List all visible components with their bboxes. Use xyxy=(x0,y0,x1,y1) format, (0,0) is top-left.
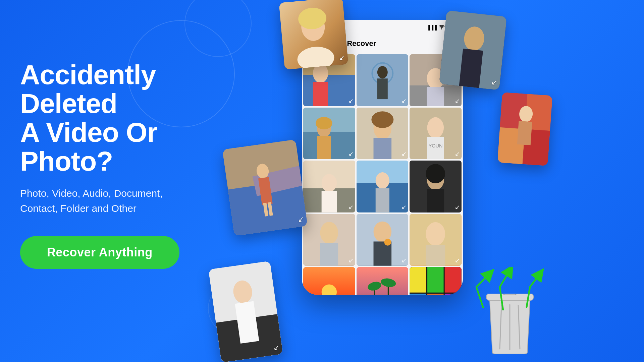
svg-rect-8 xyxy=(303,75,355,106)
svg-point-34 xyxy=(322,174,337,192)
photo-cell-6[interactable]: YOUN ↙ xyxy=(410,108,462,160)
svg-point-29 xyxy=(427,117,444,138)
svg-rect-64 xyxy=(427,267,444,293)
svg-rect-46 xyxy=(320,243,338,266)
floating-card-man-right: ↙ xyxy=(439,10,507,90)
left-content-area: Accidently Deleted A Video Or Photo? Pho… xyxy=(20,60,248,269)
trash-area xyxy=(483,294,537,355)
resize-9: ↙ xyxy=(455,203,460,211)
floating-card-collage xyxy=(497,92,552,166)
resize-5: ↙ xyxy=(401,150,407,158)
resize-4: ↙ xyxy=(348,150,354,158)
svg-rect-23 xyxy=(317,136,331,159)
svg-point-13 xyxy=(377,66,388,78)
svg-point-52 xyxy=(426,222,445,246)
svg-rect-14 xyxy=(377,78,388,99)
resize-10: ↙ xyxy=(348,257,354,264)
wifi-icon xyxy=(439,25,445,31)
svg-rect-18 xyxy=(427,87,444,106)
photo-cell-15[interactable]: ↙ xyxy=(410,267,462,295)
resize-8: ↙ xyxy=(401,203,407,211)
svg-point-42 xyxy=(426,164,445,184)
photo-cell-14[interactable]: ↙ xyxy=(357,267,409,295)
photo-cell-4[interactable]: ↙ xyxy=(303,108,355,160)
svg-point-50 xyxy=(384,239,391,246)
recover-anything-button[interactable]: Recover Anything xyxy=(20,236,179,269)
resize-11: ↙ xyxy=(401,257,407,264)
svg-text:YOUN: YOUN xyxy=(429,143,443,148)
svg-rect-63 xyxy=(410,267,427,293)
resize-1: ↙ xyxy=(348,97,354,105)
svg-rect-74 xyxy=(459,49,483,88)
headline: Accidently Deleted A Video Or Photo? xyxy=(20,60,248,176)
svg-rect-10 xyxy=(313,82,328,106)
svg-point-26 xyxy=(371,111,393,128)
resize-arrow-dress: ↙ xyxy=(273,343,280,352)
svg-rect-39 xyxy=(375,188,389,213)
svg-rect-43 xyxy=(427,189,444,213)
resize-12: ↙ xyxy=(455,257,460,264)
svg-rect-35 xyxy=(322,191,337,213)
photo-cell-10[interactable]: ↙ xyxy=(303,214,355,266)
photo-cell-5[interactable]: ↙ xyxy=(357,108,409,160)
signal-icon: ▐▐▐ xyxy=(427,25,437,30)
floating-card-blonde-top: ↙ xyxy=(279,0,348,70)
svg-rect-92 xyxy=(517,121,532,145)
photo-cell-13[interactable]: ↙ xyxy=(303,267,355,295)
svg-rect-27 xyxy=(373,138,391,159)
resize-arrow-man: ↙ xyxy=(491,78,498,87)
resize-2: ↙ xyxy=(401,97,407,105)
resize-3: ↙ xyxy=(455,97,460,105)
resize-arrow-blonde: ↙ xyxy=(338,53,345,62)
photo-cell-12[interactable]: ↙ xyxy=(410,214,462,266)
svg-point-38 xyxy=(375,172,389,189)
photo-cell-9[interactable]: ↙ xyxy=(410,161,462,213)
svg-point-45 xyxy=(320,222,338,244)
subtext: Photo, Video, Audio, Document,Contact, F… xyxy=(20,186,248,216)
photo-cell-8[interactable]: ↙ xyxy=(357,161,409,213)
svg-rect-53 xyxy=(426,245,445,266)
resize-6: ↙ xyxy=(455,150,460,158)
resize-arrow-cliff: ↙ xyxy=(298,215,305,224)
photo-cell-2[interactable]: ↙ xyxy=(357,54,409,106)
photo-cell-7[interactable]: ↙ xyxy=(303,161,355,213)
floating-card-woman-dress: ↙ xyxy=(208,261,283,362)
resize-7: ↙ xyxy=(348,203,354,211)
blonde-woman-illustration xyxy=(279,0,348,70)
photo-grid: ↙ ↙ ↙ xyxy=(302,54,463,295)
right-area: ↙ 41 ▐▐▐ xyxy=(235,0,644,362)
photo-cell-11[interactable]: ↙ xyxy=(357,214,409,266)
svg-rect-65 xyxy=(444,267,462,293)
green-arrows-icon xyxy=(473,267,547,310)
svg-point-22 xyxy=(316,117,332,129)
